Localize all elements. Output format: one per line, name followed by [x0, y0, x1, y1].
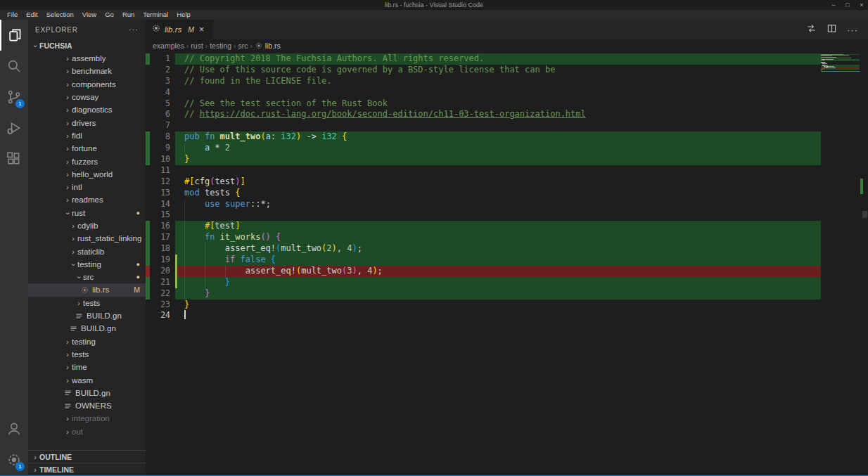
sidebar-more-actions[interactable]: ··· [129, 25, 139, 34]
code-line-19[interactable]: 19 if false { [146, 255, 821, 266]
minimap[interactable] [821, 53, 860, 475]
activity-account[interactable] [0, 413, 28, 444]
maximize-button[interactable]: □ [844, 0, 851, 10]
code-text: // Copyright 2018 The Fuchsia Authors. A… [175, 53, 821, 65]
tree-item-build-gn[interactable]: BUILD.gn [28, 387, 146, 399]
menu-terminal[interactable]: Terminal [139, 10, 172, 20]
text-file-icon [75, 311, 84, 321]
tree-item-integration[interactable]: ›integration [28, 412, 146, 425]
code-line-4[interactable]: 4 [146, 87, 821, 98]
code-line-24[interactable]: 24 [146, 310, 821, 321]
breadcrumb-item-rust[interactable]: rust [191, 41, 203, 50]
tree-item-build-gn[interactable]: BUILD.gn [28, 322, 146, 335]
tree-item-intl[interactable]: ›intl [28, 181, 146, 193]
more-actions-button[interactable]: ··· [847, 25, 858, 35]
tree-item-assembly[interactable]: ›assembly [28, 52, 146, 65]
git-gutter [175, 266, 177, 277]
tab-close-icon[interactable]: × [199, 25, 204, 34]
code-line-22[interactable]: 22 } [146, 288, 821, 300]
tree-item-readmes[interactable]: ›readmes [28, 193, 146, 206]
code-line-21[interactable]: 21 } [146, 277, 821, 288]
close-button[interactable]: × [858, 0, 865, 10]
tree-item-drivers[interactable]: ›drivers [28, 116, 146, 129]
tree-item-diagnostics[interactable]: ›diagnostics [28, 103, 146, 116]
tree-item-label: out [72, 427, 83, 436]
tree-item-components[interactable]: ›components [28, 78, 146, 91]
tree-item-cdylib[interactable]: ›cdylib [28, 219, 146, 232]
menu-view[interactable]: View [78, 10, 101, 20]
code-line-7[interactable]: 7 [146, 120, 821, 131]
section-outline[interactable]: ›OUTLINE [28, 450, 146, 463]
code-line-16[interactable]: 16 #[test] [146, 221, 821, 232]
tree-item-label: tests [83, 299, 100, 307]
line-number: 2 [150, 65, 175, 76]
tree-item-fuzzers[interactable]: ›fuzzers [28, 155, 146, 167]
tree-item-rust-static-linking[interactable]: ›rust_static_linking [28, 232, 146, 245]
code-line-5[interactable]: 5// See the test section of the Rust Boo… [146, 98, 821, 110]
chevron-down-icon: › [75, 274, 84, 282]
menu-run[interactable]: Run [118, 10, 139, 20]
code-line-23[interactable]: 23} [146, 300, 821, 311]
menu-edit[interactable]: Edit [22, 10, 42, 20]
code-line-9[interactable]: 9 a * 2 [146, 143, 821, 154]
tree-item-build-gn[interactable]: BUILD.gn [28, 309, 146, 322]
tree-item-src[interactable]: ›src● [28, 271, 146, 283]
activity-settings[interactable]: 1 [0, 444, 28, 475]
code-line-18[interactable]: 18 assert_eq!(mult_two(2), 4); [146, 243, 821, 255]
open-changes-icon[interactable] [806, 23, 817, 37]
tree-item-rust[interactable]: ›rust● [28, 207, 146, 219]
tree-item-lib-rs[interactable]: lib.rsM [28, 283, 146, 296]
tab-modified-badge: M [188, 25, 194, 34]
code-line-6[interactable]: 6// https://doc.rust-lang.org/book/secon… [146, 109, 821, 120]
tree-item-wasm[interactable]: ›wasm [28, 373, 146, 386]
tree-item-tests[interactable]: ›tests [28, 297, 146, 309]
tab-lib-rs[interactable]: lib.rs M × [146, 20, 213, 39]
code-line-2[interactable]: 2// Use of this source code is governed … [146, 65, 821, 76]
menu-file[interactable]: File [3, 10, 22, 20]
tree-item-fortune[interactable]: ›fortune [28, 142, 146, 155]
breadcrumb-item-examples[interactable]: examples [153, 41, 184, 50]
code-line-3[interactable]: 3// found in the LICENSE file. [146, 76, 821, 87]
menu-selection[interactable]: Selection [42, 10, 78, 20]
workspace-root-label: FUCHSIA [39, 41, 72, 50]
breadcrumb-item-testing[interactable]: testing [210, 41, 231, 50]
code-line-1[interactable]: 1// Copyright 2018 The Fuchsia Authors. … [146, 53, 821, 65]
tree-item-benchmark[interactable]: ›benchmark [28, 65, 146, 77]
tree-item-fidl[interactable]: ›fidl [28, 129, 146, 142]
code-line-14[interactable]: 14 use super::*; [146, 199, 821, 210]
code-line-11[interactable]: 11 [146, 165, 821, 176]
code-line-20[interactable]: 20 assert_eq!(mult_two(3), 4); [146, 266, 821, 277]
activity-source-control[interactable]: 1 [0, 82, 28, 112]
tree-item-cowsay[interactable]: ›cowsay [28, 91, 146, 103]
tree-item-staticlib[interactable]: ›staticlib [28, 245, 146, 257]
workspace-root-row[interactable]: › FUCHSIA [28, 39, 146, 52]
breadcrumb-item-lib-rs[interactable]: lib.rs [255, 41, 281, 50]
scrollbar[interactable] [860, 53, 868, 475]
split-editor-icon[interactable] [826, 23, 837, 37]
tree-item-owners[interactable]: OWNERS [28, 399, 146, 412]
tree-item-testing[interactable]: ›testing● [28, 258, 146, 271]
minimize-button[interactable]: – [830, 0, 837, 10]
code-line-10[interactable]: 10} [146, 154, 821, 165]
section-timeline[interactable]: ›TIMELINE [28, 463, 146, 475]
code-line-8[interactable]: 8pub fn mult_two(a: i32) -> i32 { [146, 131, 821, 143]
activity-extensions[interactable] [0, 143, 28, 174]
activity-run-and-debug[interactable] [0, 112, 28, 143]
tree-item-time[interactable]: ›time [28, 361, 146, 373]
activity-explorer[interactable] [0, 20, 28, 51]
tree-item-out[interactable]: ›out [28, 425, 146, 438]
menu-help[interactable]: Help [172, 10, 195, 20]
breadcrumb-item-src[interactable]: src [238, 41, 248, 50]
indent-guide [205, 266, 205, 277]
scrollbar-thumb[interactable] [862, 211, 867, 218]
activity-search[interactable] [0, 51, 28, 82]
menu-go[interactable]: Go [101, 10, 118, 20]
tree-item-testing[interactable]: ›testing [28, 335, 146, 348]
code-line-12[interactable]: 12#[cfg(test)] [146, 176, 821, 188]
tree-item-hello-world[interactable]: ›hello_world [28, 168, 146, 181]
code-line-15[interactable]: 15 [146, 210, 821, 221]
code-lines[interactable]: 1// Copyright 2018 The Fuchsia Authors. … [146, 53, 821, 475]
tree-item-tests[interactable]: ›tests [28, 348, 146, 361]
code-line-13[interactable]: 13mod tests { [146, 188, 821, 199]
code-line-17[interactable]: 17 fn it_works() { [146, 232, 821, 243]
